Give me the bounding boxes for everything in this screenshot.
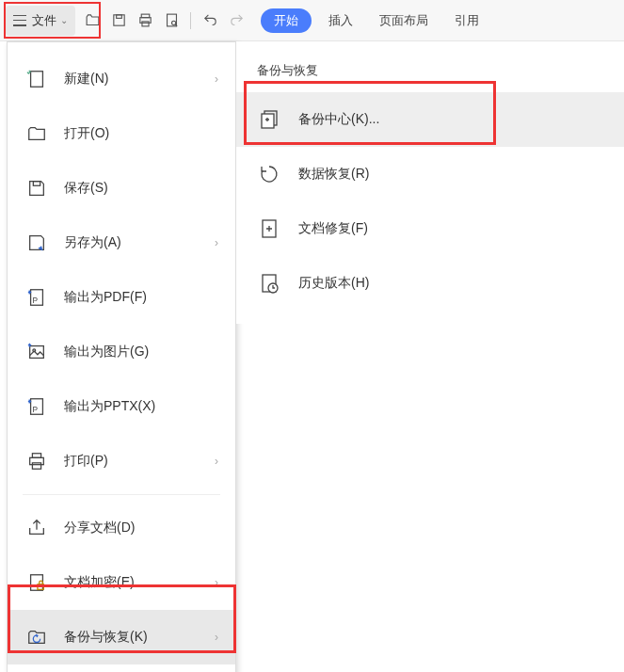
svg-point-12 (33, 349, 36, 352)
svg-rect-1 (116, 15, 121, 19)
menu-backup[interactable]: 备份与恢复(K) › (8, 610, 235, 664)
menu-label: 打印(P) (64, 453, 215, 470)
print-icon[interactable] (132, 9, 158, 32)
pptx-icon: P (24, 394, 49, 419)
chevron-right-icon: › (215, 72, 218, 86)
preview-icon[interactable] (158, 9, 184, 32)
svg-rect-0 (113, 15, 123, 25)
saveas-icon (24, 231, 49, 255)
file-menu-button[interactable]: 文件 ⌄ (6, 6, 75, 36)
menu-export-pptx[interactable]: P 输出为PPTX(X) (8, 379, 235, 434)
submenu-doc-repair[interactable]: 文档修复(F) (236, 201, 624, 256)
svg-rect-8 (33, 182, 40, 186)
chevron-down-icon: ⌄ (60, 15, 68, 25)
menu-print[interactable]: 打印(P) › (8, 434, 235, 488)
tab-insert[interactable]: 插入 (319, 8, 362, 33)
submenu-backup-center[interactable]: 备份中心(K)... (236, 92, 624, 147)
submenu-data-recovery[interactable]: 数据恢复(R) (236, 147, 624, 201)
menu-label: 文档加密(E) (64, 574, 215, 591)
share-icon (24, 516, 49, 540)
menu-label: 输出为图片(G) (64, 344, 218, 360)
menu-label: 分享文档(D) (64, 520, 218, 536)
toolbar-separator (190, 12, 191, 29)
menu-label: 输出为PPTX(X) (64, 398, 218, 415)
svg-text:P: P (32, 296, 38, 305)
menu-encrypt[interactable]: 文档加密(E) › (8, 555, 235, 610)
menu-label: 备份与恢复(K) (64, 629, 215, 646)
redo-icon[interactable] (223, 9, 249, 32)
menu-label: 输出为PDF(F) (64, 289, 218, 306)
save-icon[interactable] (105, 9, 132, 32)
tab-layout[interactable]: 页面布局 (370, 8, 438, 33)
svg-rect-17 (32, 463, 40, 469)
menu-export-pdf[interactable]: P 输出为PDF(F) (8, 270, 235, 325)
chevron-right-icon: › (215, 576, 218, 589)
file-menu-dropdown: 新建(N) › 打开(O) 保存(S) 另存为(A) › P 输出为PDF(F)… (7, 41, 236, 672)
svg-rect-18 (31, 575, 43, 591)
backup-icon (24, 625, 49, 649)
recovery-icon (257, 162, 281, 186)
menu-saveas[interactable]: 另存为(A) › (8, 216, 235, 270)
file-menu-label: 文件 (32, 12, 56, 29)
menu-share[interactable]: 分享文档(D) (8, 501, 235, 555)
menu-save[interactable]: 保存(S) (8, 161, 235, 216)
submenu-history[interactable]: 历史版本(H) (236, 256, 624, 311)
svg-rect-7 (31, 72, 43, 88)
toolbar: 文件 ⌄ 开始 插入 页面布局 引用 (0, 0, 624, 41)
repair-icon (257, 216, 281, 241)
svg-rect-11 (30, 346, 44, 359)
hamburger-icon (13, 15, 26, 26)
new-file-icon (24, 67, 49, 91)
menu-label: 新建(N) (64, 71, 215, 88)
submenu-label: 备份中心(K)... (298, 111, 379, 128)
submenu-label: 文档修复(F) (298, 220, 368, 237)
menu-new[interactable]: 新建(N) › (8, 52, 235, 106)
folder-open-icon (24, 121, 49, 146)
submenu-label: 历史版本(H) (298, 275, 369, 292)
chevron-right-icon: › (215, 236, 218, 249)
chevron-right-icon: › (215, 455, 218, 468)
svg-rect-15 (32, 454, 40, 458)
backup-submenu: 备份与恢复 备份中心(K)... 数据恢复(R) 文档修复(F) 历史版本(H) (236, 41, 624, 324)
menu-label: 另存为(A) (64, 234, 215, 251)
menu-label: 保存(S) (64, 180, 218, 197)
tab-start[interactable]: 开始 (261, 8, 312, 33)
image-icon (24, 340, 49, 364)
menu-label: 打开(O) (64, 125, 218, 142)
ribbon-tabs: 开始 插入 页面布局 引用 (261, 8, 496, 33)
quick-access-toolbar (79, 9, 249, 32)
menu-open[interactable]: 打开(O) (8, 106, 235, 161)
menu-separator (23, 494, 220, 495)
backup-center-icon (257, 107, 281, 132)
svg-text:P: P (32, 406, 38, 414)
submenu-header: 备份与恢复 (236, 55, 624, 92)
save-icon (24, 176, 49, 200)
svg-rect-4 (141, 22, 148, 26)
history-icon (257, 271, 281, 296)
tab-reference[interactable]: 引用 (445, 8, 488, 33)
undo-icon[interactable] (197, 9, 223, 32)
lock-icon (24, 570, 49, 595)
pdf-icon: P (24, 285, 49, 310)
menu-export-img[interactable]: 输出为图片(G) (8, 325, 235, 379)
chevron-right-icon: › (215, 631, 218, 644)
print-icon (24, 449, 49, 473)
open-icon[interactable] (79, 9, 105, 32)
submenu-label: 数据恢复(R) (298, 166, 369, 183)
